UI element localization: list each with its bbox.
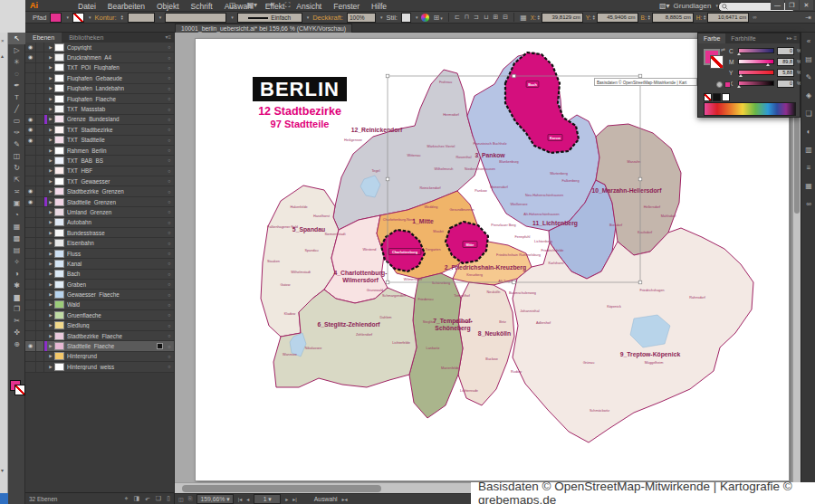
constrain-proportions-icon[interactable]: ∞: [753, 14, 756, 20]
layer-thumbnail[interactable]: [54, 115, 64, 123]
menu-datei[interactable]: Datei: [78, 2, 96, 11]
layer-name[interactable]: Kanal: [67, 261, 165, 267]
expand-triangle-icon[interactable]: ▶: [47, 271, 54, 276]
layer-thumbnail[interactable]: [54, 166, 64, 175]
rotate-tool[interactable]: ↻: [8, 162, 25, 174]
layer-row-autobahn[interactable]: ▶Autobahn○: [25, 218, 174, 228]
tab-farbe[interactable]: Farbe: [698, 33, 725, 43]
target-circle-icon[interactable]: ○: [165, 261, 174, 266]
width-tool[interactable]: ≍: [8, 185, 25, 197]
artboard-tool[interactable]: ❐: [8, 303, 25, 315]
layer-name[interactable]: Stadtbezirke_Grenzen: [67, 188, 165, 195]
layer-row-txt_gewaesser[interactable]: ▶TXT_Gewaesser○: [25, 176, 174, 186]
layer-thumbnail[interactable]: [54, 311, 64, 319]
graphic-style-swatch[interactable]: [401, 13, 411, 23]
swatches-panel-icon[interactable]: ▤: [801, 51, 815, 69]
expand-triangle-icon[interactable]: ▶: [47, 107, 54, 111]
field-stepper[interactable]: ▲▼: [647, 14, 651, 21]
hand-tool[interactable]: ✜: [8, 327, 25, 338]
lock-toggle[interactable]: [36, 166, 44, 176]
selection-handle[interactable]: [386, 74, 389, 78]
blend-tool[interactable]: ◑: [8, 268, 25, 280]
artboard-number-field[interactable]: 1 ▾: [254, 494, 281, 504]
target-circle-icon[interactable]: ○: [165, 96, 174, 101]
expand-triangle-icon[interactable]: ▶: [47, 86, 54, 90]
field-value[interactable]: 45,9406 cm: [597, 13, 638, 23]
layer-row-siedlung[interactable]: ▶Siedlung○: [25, 321, 174, 331]
direct-selection-tool[interactable]: ▷: [8, 44, 25, 56]
layer-thumbnail[interactable]: [54, 105, 64, 113]
layer-thumbnail[interactable]: [54, 95, 64, 103]
expand-triangle-icon[interactable]: ▶: [47, 65, 54, 70]
new-layer-icon[interactable]: ❏: [156, 495, 161, 502]
layer-row-stadtteile_grenzen[interactable]: ◉▶Stadtteile_Grenzen○: [25, 197, 174, 207]
pencil-tool[interactable]: ✎: [8, 138, 25, 150]
slider-track[interactable]: [738, 59, 774, 64]
visibility-eye-icon[interactable]: [25, 94, 36, 103]
visibility-eye-icon[interactable]: ◉: [25, 125, 36, 134]
slider-handle[interactable]: [737, 52, 741, 55]
visibility-eye-icon[interactable]: [25, 228, 36, 237]
layer-row-copyright[interactable]: ◉▶Copyright○: [25, 43, 174, 52]
stroke-weight-field[interactable]: [128, 13, 155, 23]
links-panel-icon[interactable]: ∞: [801, 195, 815, 214]
scale-tool[interactable]: ⇱: [8, 174, 25, 185]
arrange-documents-icon[interactable]: ▦▾: [247, 1, 258, 10]
expand-triangle-icon[interactable]: ▶: [47, 168, 54, 173]
layer-thumbnail[interactable]: [54, 157, 64, 165]
layer-row-txt_stadtbezirke[interactable]: ◉▶TXT_Stadtbezirke○: [25, 125, 174, 135]
lock-toggle[interactable]: [36, 331, 44, 340]
layer-thumbnail[interactable]: [54, 63, 64, 71]
locate-object-icon[interactable]: ⌖: [124, 495, 128, 502]
layer-row-txt_hbf[interactable]: ▶TXT_HBF○: [25, 166, 174, 176]
expand-triangle-icon[interactable]: ▶: [47, 334, 54, 338]
align-bottom-icon[interactable]: ⊟: [503, 14, 508, 21]
tab-ebenen[interactable]: Ebenen: [25, 33, 62, 43]
visibility-eye-icon[interactable]: [25, 310, 36, 319]
expand-triangle-icon[interactable]: ▶: [47, 55, 54, 60]
align-right-icon[interactable]: ⊐: [474, 14, 479, 21]
restore-button[interactable]: ❐: [785, 0, 799, 10]
paintbrush-tool[interactable]: ✑: [8, 127, 25, 138]
lock-toggle[interactable]: [36, 280, 44, 289]
expand-triangle-icon[interactable]: ▶: [47, 220, 54, 224]
lock-toggle[interactable]: [36, 94, 44, 103]
visibility-eye-icon[interactable]: [25, 176, 36, 185]
expand-triangle-icon[interactable]: ▶: [47, 45, 54, 50]
layer-name[interactable]: Umland_Grenzen: [67, 209, 165, 215]
layer-thumbnail[interactable]: [54, 270, 64, 278]
layer-thumbnail[interactable]: [54, 136, 64, 144]
expand-triangle-icon[interactable]: ▶: [47, 344, 54, 348]
layer-name[interactable]: Gewaesser_Flaeche: [67, 291, 165, 298]
visibility-eye-icon[interactable]: [25, 104, 36, 113]
target-circle-icon[interactable]: ○: [165, 302, 174, 308]
pen-tool[interactable]: ✒: [8, 80, 25, 91]
expand-triangle-icon[interactable]: ▶: [47, 231, 54, 235]
layer-row-wald[interactable]: ▶Wald○: [25, 300, 174, 310]
lock-toggle[interactable]: [36, 290, 44, 299]
closest-color-swatch[interactable]: [724, 81, 731, 88]
align-left-icon[interactable]: ⊏: [455, 14, 460, 21]
layer-name[interactable]: Copyright: [67, 44, 165, 51]
layer-name[interactable]: Stadtteile_Flaeche: [67, 343, 157, 349]
lock-toggle[interactable]: [36, 63, 44, 72]
scrollbar-thumb[interactable]: [182, 485, 381, 492]
selection-tool[interactable]: ↖: [8, 33, 25, 44]
layer-row-fluss[interactable]: ▶Fluss○: [25, 249, 174, 259]
layer-name[interactable]: Wald: [67, 301, 165, 308]
target-circle-icon[interactable]: ○: [165, 178, 174, 184]
close-button[interactable]: ✕: [800, 0, 813, 10]
layer-name[interactable]: Rahmen_Berlin: [67, 147, 165, 154]
layer-thumbnail[interactable]: [54, 177, 64, 185]
layer-thumbnail[interactable]: [54, 53, 64, 62]
stroke-weight-stepper[interactable]: ▲▼: [120, 14, 124, 21]
out-of-gamut-warning-icon[interactable]: [716, 81, 723, 88]
layer-thumbnail[interactable]: [54, 300, 64, 309]
layer-thumbnail[interactable]: [54, 342, 64, 350]
collapse-panels-icon[interactable]: «: [801, 33, 815, 51]
layer-name[interactable]: Siedlung: [67, 322, 165, 328]
layer-row-rahmen_berlin[interactable]: ▶Rahmen_Berlin○: [25, 146, 174, 156]
visibility-eye-icon[interactable]: [25, 331, 36, 340]
expand-triangle-icon[interactable]: ▶: [47, 128, 54, 132]
width-profile-dropdown[interactable]: [165, 13, 226, 23]
